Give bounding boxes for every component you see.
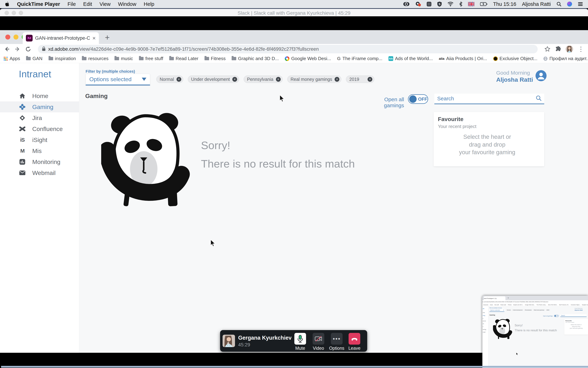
bookmark-apps[interactable]: Apps [4, 56, 20, 61]
wifi-icon[interactable] [447, 2, 453, 6]
sidebar-item-gaming[interactable]: Gaming [0, 101, 79, 112]
user-avatar-icon[interactable] [535, 70, 547, 81]
browser-tab[interactable]: Xd GAN-intranet-Prototype-C (1) × [23, 32, 99, 44]
menu-help[interactable]: Help [144, 1, 154, 7]
menu-app-name[interactable]: QuickTime Player [17, 1, 60, 7]
browser-profile-avatar[interactable] [566, 45, 573, 53]
sidebar-item-home[interactable]: Home [0, 90, 79, 101]
bookmark-folder-graphic-3d[interactable]: Graphic and 3D D... [232, 56, 279, 61]
favourite-subtitle: Your recent project [438, 124, 476, 129]
exclusive-circle-icon [493, 56, 498, 61]
menu-user-name[interactable]: Aljosha Ratti [522, 1, 551, 7]
aiia-icon: aiia [439, 57, 444, 61]
search-icon[interactable] [536, 95, 542, 102]
bookmark-google-web[interactable]: Google Web Desi... [285, 56, 331, 61]
chrome-tab-bar: Xd GAN-intranet-Prototype-C (1) × + [0, 30, 588, 44]
spotlight-search-icon[interactable] [556, 2, 561, 7]
microphone-icon [297, 335, 303, 343]
new-tab-button[interactable]: + [105, 33, 110, 42]
siri-icon[interactable] [567, 2, 572, 7]
mute-button[interactable] [294, 333, 306, 345]
bookmark-aiia[interactable]: aiiaAiia Products | Ori... [439, 56, 487, 61]
bookmark-folder-music[interactable]: music [115, 56, 133, 61]
folder-icon [82, 57, 86, 60]
https-lock-icon [42, 46, 46, 52]
uk-flag-input-source-icon[interactable] [468, 2, 474, 6]
chip-remove-icon[interactable]: × [276, 77, 281, 82]
chip-2019[interactable]: 2019× [346, 75, 374, 83]
bookmark-folder-free-stuff[interactable]: free stuff [139, 56, 163, 61]
menu-clock[interactable]: Thu 15:16 [493, 1, 516, 7]
chip-remove-icon[interactable]: × [368, 77, 372, 82]
search-input[interactable] [437, 95, 536, 102]
bookmark-folder-resources[interactable]: resources [82, 56, 109, 61]
apps-grid-icon [4, 56, 8, 61]
apple-logo-icon[interactable] [5, 1, 9, 7]
filter-chips: Normal× Under development× Pennsylvania×… [156, 75, 374, 83]
leave-button[interactable] [349, 333, 360, 345]
bookmark-exclusive[interactable]: Exclusive Object... [493, 56, 537, 61]
bookmark-star-icon[interactable] [544, 46, 551, 52]
chrome-menu-kebab-icon[interactable]: ⋮ [578, 47, 584, 52]
chrome-close-button[interactable] [5, 35, 10, 39]
preview-page: Intranet Home Gaming Jira Confluence iSi… [482, 306, 588, 368]
preview-cursor [516, 352, 518, 355]
bookmark-folder-gan[interactable]: GAN [26, 56, 42, 61]
sidebar-item-isight[interactable]: iS iSight [0, 134, 79, 145]
sidebar-item-webmail[interactable]: Webmail [0, 167, 79, 178]
video-off-icon [315, 336, 322, 342]
screen-share-preview[interactable]: GAN-intranet-Prototype-C (1) + xd.adobe.… [482, 296, 588, 368]
video-button[interactable] [313, 333, 324, 345]
chrome-toolbar: xd.adobe.com/view/4a226d4e-c09e-4e9b-900… [0, 44, 588, 54]
menu-bar-left: QuickTime Player File Edit View Window H… [5, 1, 154, 7]
preview-chips: Normal Under development Pennsylvania Re… [506, 309, 550, 311]
bookmark-ads-of-world[interactable]: AdsAds of the World... [389, 56, 433, 61]
call-duration: 45:29 [238, 342, 250, 348]
film-app-icon[interactable] [426, 2, 432, 7]
chip-normal[interactable]: Normal× [156, 75, 183, 83]
sidebar: Intranet Home Gaming Jira [0, 63, 79, 353]
filter-dropdown[interactable]: Options selected [86, 74, 150, 85]
menu-window[interactable]: Window [118, 1, 136, 7]
remote-cursor [210, 239, 216, 247]
sidebar-item-confluence[interactable]: Confluence [0, 123, 79, 134]
chrome-minimize-button[interactable] [13, 35, 18, 39]
bookmark-folder-fitness[interactable]: Fitness [205, 56, 226, 61]
notification-center-icon[interactable] [578, 2, 583, 6]
forward-icon[interactable] [15, 46, 21, 52]
toggle-state-label: OFF [418, 96, 427, 102]
sidebar-item-monitoring[interactable]: Monitoring [0, 156, 79, 167]
video-label: Video [309, 346, 328, 351]
bookmark-folder-read-later[interactable]: Read Later [169, 56, 199, 61]
open-all-gamings-toggle[interactable]: OFF [408, 94, 428, 104]
extensions-puzzle-icon[interactable] [555, 46, 561, 52]
menu-view[interactable]: View [100, 1, 111, 7]
options-button[interactable]: ••• [331, 333, 343, 345]
chip-remove-icon[interactable]: × [177, 77, 181, 82]
battery-charging-icon[interactable] [480, 2, 488, 6]
sidebar-item-mis[interactable]: M Mis [0, 145, 79, 156]
bluetooth-icon[interactable] [459, 1, 462, 7]
url-text: xd.adobe.com/view/4a226d4e-c09e-4e9b-900… [48, 46, 319, 52]
back-icon[interactable] [4, 46, 10, 52]
chip-pennsylvania[interactable]: Pennsylvania× [244, 75, 283, 83]
shield-s-icon[interactable]: S [437, 1, 442, 7]
folder-icon [115, 57, 119, 60]
adobe-xd-favicon: Xd [26, 35, 33, 41]
bookmark-folder-inspiration[interactable]: inspiration [49, 56, 76, 61]
chip-real-money-gamings[interactable]: Real money gamings× [287, 75, 342, 83]
bookmark-profil[interactable]: Профил на аудит... [543, 56, 588, 61]
screen-record-icon[interactable] [403, 2, 409, 6]
slack-call-panel: Gergana Kyurkchieva 45:29 Mute Video •••… [220, 330, 367, 352]
address-bar[interactable]: xd.adobe.com/view/4a226d4e-c09e-4e9b-900… [38, 45, 538, 53]
reload-icon[interactable] [25, 46, 31, 52]
chip-remove-icon[interactable]: × [232, 77, 237, 82]
sidebar-item-jira[interactable]: Jira [0, 112, 79, 123]
bookmark-iframe[interactable]: GThe iFrame comp... [337, 56, 382, 61]
camera-recording-icon[interactable] [415, 2, 421, 7]
chip-under-development[interactable]: Under development× [188, 75, 239, 83]
menu-edit[interactable]: Edit [83, 1, 92, 7]
menu-file[interactable]: File [68, 1, 76, 7]
chip-remove-icon[interactable]: × [335, 77, 339, 82]
tab-close-icon[interactable]: × [92, 35, 96, 41]
